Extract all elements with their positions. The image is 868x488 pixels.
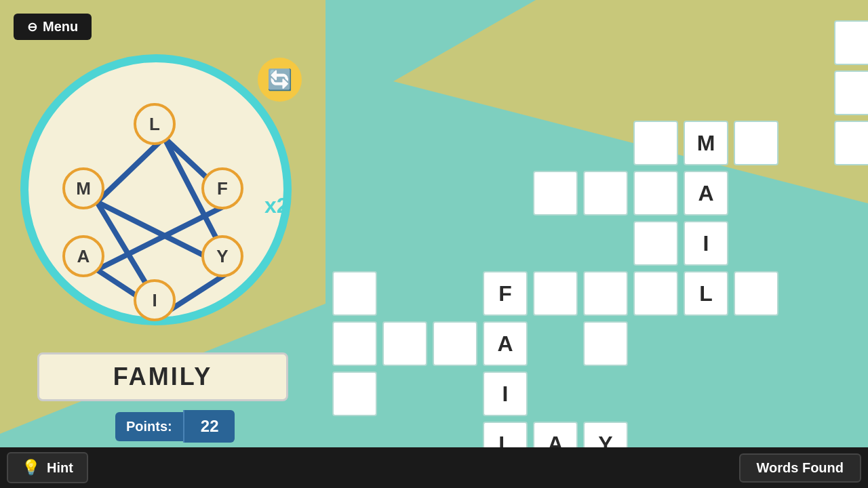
crossword-cell — [633, 221, 678, 266]
crossword-cell: A — [684, 171, 728, 216]
hint-label: Hint — [47, 460, 73, 476]
menu-label: Menu — [43, 19, 78, 35]
crossword-cell — [332, 321, 377, 366]
crossword-cell — [583, 271, 628, 316]
node-F-label: F — [217, 178, 228, 199]
multiplier-badge: x2 — [264, 193, 289, 218]
node-A-label: A — [77, 246, 90, 267]
node-F[interactable]: F — [201, 167, 243, 209]
menu-icon: ⊖ — [27, 20, 37, 35]
crossword-cell — [433, 321, 477, 366]
crossword-cell: M — [684, 121, 728, 165]
crossword-cell — [332, 371, 377, 416]
node-L[interactable]: L — [134, 103, 176, 145]
theme-label: FAMILY — [37, 352, 288, 401]
crossword-cell — [332, 271, 377, 316]
bottom-bar: 💡 Hint Words Found — [0, 447, 868, 488]
node-Y[interactable]: Y — [201, 235, 243, 277]
words-found-button[interactable]: Words Found — [739, 453, 862, 483]
crossword-cell — [633, 121, 678, 165]
crossword-cell — [834, 70, 868, 115]
node-Y-label: Y — [216, 246, 228, 267]
crossword-cell — [533, 271, 578, 316]
crossword-cell: I — [684, 221, 728, 266]
crossword-cell — [583, 171, 628, 216]
puzzle-circle: L M F A Y I — [20, 54, 292, 325]
crossword-cell — [633, 271, 678, 316]
top-bar: ⊖ Menu — [14, 14, 92, 40]
crossword-cell: A — [483, 321, 528, 366]
node-A[interactable]: A — [62, 235, 104, 277]
refresh-icon: 🔄 — [267, 68, 292, 92]
node-M-label: M — [76, 178, 91, 199]
node-I[interactable]: I — [134, 279, 176, 321]
crossword-cell: I — [483, 371, 528, 416]
node-I-label: I — [152, 290, 157, 311]
menu-button[interactable]: ⊖ Menu — [14, 14, 92, 40]
refresh-button[interactable]: 🔄 — [258, 58, 302, 102]
points-value: 22 — [183, 410, 235, 443]
crossword-cell — [633, 171, 678, 216]
node-L-label: L — [149, 114, 160, 135]
words-found-label: Words Found — [757, 460, 844, 475]
points-label: Points: — [115, 412, 183, 441]
crossword-cell — [382, 321, 427, 366]
crossword-area: MAIFLAILAY — [332, 20, 848, 447]
node-M[interactable]: M — [62, 167, 104, 209]
crossword-cell — [533, 171, 578, 216]
crossword-cell — [583, 321, 628, 366]
crossword-cell: F — [483, 271, 528, 316]
crossword-cell — [834, 20, 868, 65]
crossword-cell: L — [684, 271, 728, 316]
crossword-cell — [734, 121, 778, 165]
hint-button[interactable]: 💡 Hint — [7, 452, 88, 483]
crossword-cell — [734, 271, 778, 316]
puzzle-circle-container: L M F A Y I — [20, 54, 305, 339]
points-bar: Points: 22 — [115, 410, 235, 443]
hint-icon: 💡 — [22, 459, 40, 476]
crossword-cell — [834, 121, 868, 165]
svg-line-0 — [97, 138, 164, 202]
